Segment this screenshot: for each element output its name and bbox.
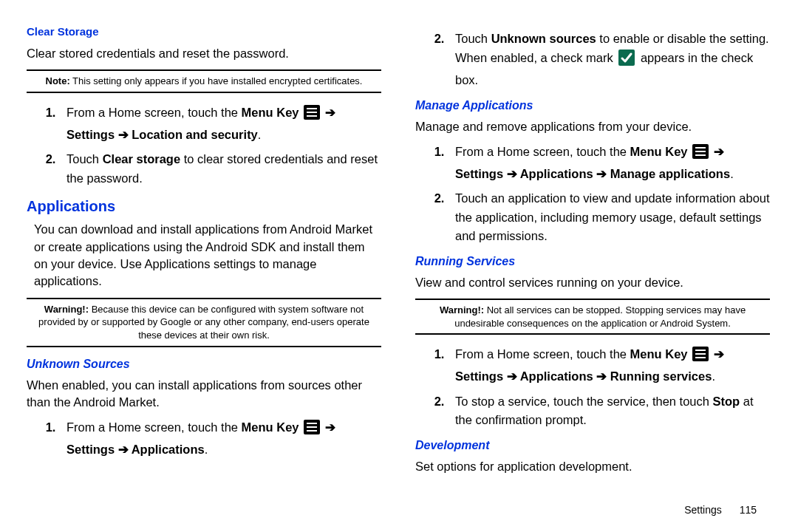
svg-rect-6: [307, 426, 317, 428]
text-bold: Settings: [66, 443, 115, 456]
svg-rect-12: [695, 154, 706, 156]
text-bold: Menu Key: [242, 106, 299, 119]
text-bold: Stop: [713, 395, 740, 408]
arrow-icon: ➔: [325, 106, 335, 119]
text: .: [205, 443, 208, 456]
warning-box: Warning!: Because this device can be con…: [27, 298, 381, 347]
text-bold: ➔ Location and security: [115, 128, 258, 141]
text-bold: Clear storage: [103, 152, 180, 166]
heading-clear-storage: Clear Storage: [27, 25, 381, 38]
svg-rect-3: [307, 115, 317, 117]
warn-label: Warning!:: [440, 304, 484, 316]
note-label: Note:: [46, 75, 70, 86]
text-bold: Menu Key: [630, 145, 688, 158]
svg-rect-5: [307, 423, 317, 424]
list-item: From a Home screen, touch the Menu Key ➔…: [59, 103, 381, 144]
svg-rect-14: [695, 349, 706, 351]
arrow-icon: ➔: [714, 347, 724, 361]
heading-manage-applications: Manage Applications: [415, 99, 770, 112]
manage-intro: Manage and remove applications from your…: [415, 118, 770, 135]
text-bold: Settings: [455, 167, 503, 180]
svg-rect-15: [695, 353, 706, 355]
text-bold: ➔ Applications ➔ Manage applications: [503, 167, 730, 180]
list-item: Touch Unknown sources to enable or disab…: [448, 30, 770, 90]
unknown-sources-steps: From a Home screen, touch the Menu Key ➔…: [27, 418, 381, 459]
menu-key-icon: [692, 347, 709, 367]
arrow-icon: ➔: [714, 145, 724, 158]
warn-label: Warning!:: [44, 304, 89, 315]
svg-rect-7: [307, 430, 317, 432]
right-column: Touch Unknown sources to enable or disab…: [415, 25, 770, 482]
svg-rect-10: [695, 147, 706, 149]
list-item: To stop a service, touch the service, th…: [448, 392, 770, 430]
note-text: This setting only appears if you have in…: [70, 75, 363, 86]
svg-rect-1: [307, 108, 317, 109]
text: From a Home screen, touch the: [66, 106, 242, 119]
svg-rect-16: [695, 357, 706, 358]
text-bold: ➔ Applications: [115, 443, 205, 456]
text-bold: Settings: [66, 128, 115, 141]
menu-key-icon: [304, 420, 320, 440]
svg-rect-11: [695, 151, 706, 152]
footer-section: Settings: [684, 504, 722, 516]
clear-storage-steps: From a Home screen, touch the Menu Key ➔…: [27, 103, 381, 188]
warn-text: Because this device can be configured wi…: [38, 304, 369, 341]
running-steps: From a Home screen, touch the Menu Key ➔…: [415, 345, 770, 429]
list-item: Touch Clear storage to clear stored cred…: [59, 150, 381, 188]
clear-storage-intro: Clear stored credentials and reset the p…: [27, 45, 381, 62]
text-bold: Unknown sources: [491, 32, 596, 45]
list-item: From a Home screen, touch the Menu Key ➔…: [59, 418, 381, 459]
note-box: Note: This setting only appears if you h…: [27, 69, 381, 93]
menu-key-icon: [304, 105, 320, 126]
text: From a Home screen, touch the: [66, 420, 242, 434]
text-bold: Menu Key: [242, 420, 299, 434]
applications-intro: You can download and install application…: [34, 221, 381, 290]
manage-steps: From a Home screen, touch the Menu Key ➔…: [415, 143, 770, 246]
heading-development: Development: [415, 439, 770, 452]
text: From a Home screen, touch the: [455, 145, 630, 158]
text: .: [730, 167, 734, 180]
left-column: Clear Storage Clear stored credentials a…: [27, 25, 381, 482]
text-bold: Settings: [455, 369, 503, 383]
text: .: [258, 128, 262, 141]
text-bold: ➔ Applications ➔ Running services: [503, 369, 712, 383]
heading-running-services: Running Services: [415, 255, 770, 268]
footer-page-number: 115: [740, 504, 757, 516]
warn-text: Not all services can be stopped. Stoppin…: [454, 304, 746, 329]
warning-box: Warning!: Not all services can be stoppe…: [415, 299, 770, 335]
svg-rect-8: [618, 50, 635, 66]
page-footer: Settings 115: [684, 504, 757, 516]
menu-key-icon: [692, 144, 709, 165]
development-intro: Set options for application development.: [415, 458, 770, 475]
text-bold: Menu Key: [630, 347, 688, 361]
running-intro: View and control services running on you…: [415, 274, 770, 291]
list-item: From a Home screen, touch the Menu Key ➔…: [448, 143, 770, 183]
text: Touch: [455, 32, 491, 45]
heading-applications: Applications: [27, 198, 381, 215]
text: .: [712, 369, 715, 383]
text: To stop a service, touch the service, th…: [455, 395, 713, 408]
arrow-icon: ➔: [325, 420, 335, 434]
unknown-sources-intro: When enabled, you can install applicatio…: [27, 377, 381, 412]
heading-unknown-sources: Unknown Sources: [27, 358, 381, 371]
check-icon: [618, 50, 635, 72]
text: From a Home screen, touch the: [455, 347, 630, 361]
svg-rect-2: [307, 112, 317, 113]
unknown-sources-steps-cont: Touch Unknown sources to enable or disab…: [415, 30, 770, 90]
list-item: From a Home screen, touch the Menu Key ➔…: [448, 345, 770, 386]
list-item: Touch an application to view and update …: [448, 189, 770, 246]
text: Touch: [66, 152, 103, 166]
